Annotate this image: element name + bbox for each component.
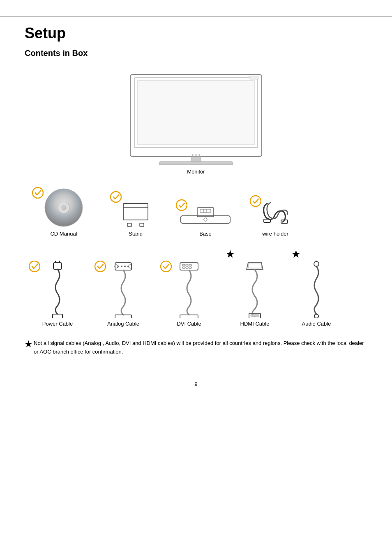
audio-cable-image — [308, 261, 325, 318]
item-stand: Stand — [103, 191, 168, 237]
item-cd-manual: CD Manual — [25, 187, 103, 237]
svg-rect-50 — [186, 267, 188, 268]
svg-rect-16 — [127, 223, 131, 227]
cd-image — [43, 187, 84, 228]
svg-rect-46 — [182, 264, 185, 266]
hdmi-cable-label: HDMI Cable — [240, 321, 270, 327]
svg-point-7 — [195, 154, 197, 156]
section-subtitle: Contents in Box — [25, 49, 367, 58]
cd-manual-label: CD Manual — [50, 231, 77, 237]
analog-cable-image — [111, 261, 136, 318]
dvi-cable-label: DVI Cable — [177, 321, 201, 327]
item-analog-cable: Analog Cable — [90, 261, 156, 327]
monitor-image — [126, 70, 266, 166]
footer-note-text: Not all signal cables (Analog , Audio, D… — [34, 339, 367, 356]
monitor-section: Monitor — [25, 70, 367, 175]
item-base: Base — [168, 199, 242, 237]
power-cable-label: Power Cable — [42, 321, 73, 327]
svg-point-9 — [32, 187, 43, 198]
svg-point-39 — [124, 266, 126, 267]
hdmi-cable-image — [242, 261, 267, 318]
checkmark-icon-stand — [110, 191, 122, 203]
wireholder-image — [259, 195, 292, 228]
svg-rect-20 — [197, 208, 214, 217]
svg-rect-54 — [248, 264, 261, 268]
star-icon-audio: ★ — [292, 249, 300, 260]
item-audio-cable: ★ Audio Cable — [288, 249, 345, 327]
items-row-2: Power Cable Ana — [25, 249, 367, 327]
monitor-label: Monitor — [187, 169, 205, 175]
svg-rect-3 — [249, 76, 258, 79]
item-wire-holder: wire holder — [242, 195, 308, 237]
svg-point-57 — [314, 261, 319, 266]
svg-rect-2 — [138, 81, 254, 145]
dvi-cable-image — [177, 261, 201, 318]
item-hdmi-cable: ★ HDMI Cable — [222, 249, 288, 327]
checkmark-icon-analog — [95, 261, 106, 272]
audio-cable-label: Audio Cable — [302, 321, 331, 327]
base-label: Base — [199, 231, 212, 237]
wire-holder-label: wire holder — [262, 231, 288, 237]
svg-point-38 — [121, 266, 122, 267]
items-row-1: CD Manual Stand — [25, 187, 367, 237]
svg-rect-29 — [53, 263, 62, 269]
checkmark-icon-power — [29, 261, 40, 272]
svg-rect-48 — [189, 264, 191, 266]
footer-note: ★ Not all signal cables (Analog , Audio,… — [25, 339, 367, 356]
item-dvi-cable: DVI Cable — [156, 261, 222, 327]
svg-rect-5 — [159, 162, 233, 165]
svg-point-12 — [62, 206, 66, 210]
svg-point-35 — [95, 261, 106, 272]
stand-image — [119, 191, 152, 228]
page-title: Setup — [25, 25, 367, 42]
svg-rect-32 — [53, 314, 62, 318]
footer-star-icon: ★ — [25, 339, 32, 349]
svg-point-6 — [192, 154, 194, 156]
svg-rect-56 — [251, 314, 259, 317]
top-border — [0, 16, 392, 17]
checkmark-icon-dvi — [160, 261, 172, 272]
item-power-cable: Power Cable — [25, 261, 90, 327]
svg-point-13 — [111, 192, 121, 202]
checkmark-icon-base — [176, 199, 187, 211]
svg-rect-21 — [200, 209, 211, 213]
checkmark-icon-wireholder — [250, 195, 261, 207]
svg-rect-14 — [123, 204, 148, 220]
svg-rect-49 — [182, 267, 185, 268]
svg-point-24 — [204, 218, 207, 221]
svg-rect-45 — [180, 263, 198, 270]
svg-point-44 — [161, 261, 171, 272]
svg-rect-15 — [123, 204, 148, 208]
svg-rect-17 — [140, 223, 144, 227]
star-icon-hdmi: ★ — [226, 249, 234, 260]
svg-rect-51 — [189, 267, 191, 268]
svg-rect-47 — [186, 264, 188, 266]
svg-point-28 — [29, 261, 40, 272]
svg-point-25 — [250, 196, 261, 206]
svg-point-18 — [176, 200, 187, 210]
svg-point-8 — [198, 154, 200, 156]
page-number: 9 — [25, 381, 367, 387]
stand-label: Stand — [129, 231, 143, 237]
power-cable-image — [45, 261, 70, 318]
checkmark-icon-cd — [32, 187, 44, 199]
analog-cable-label: Analog Cable — [107, 321, 139, 327]
